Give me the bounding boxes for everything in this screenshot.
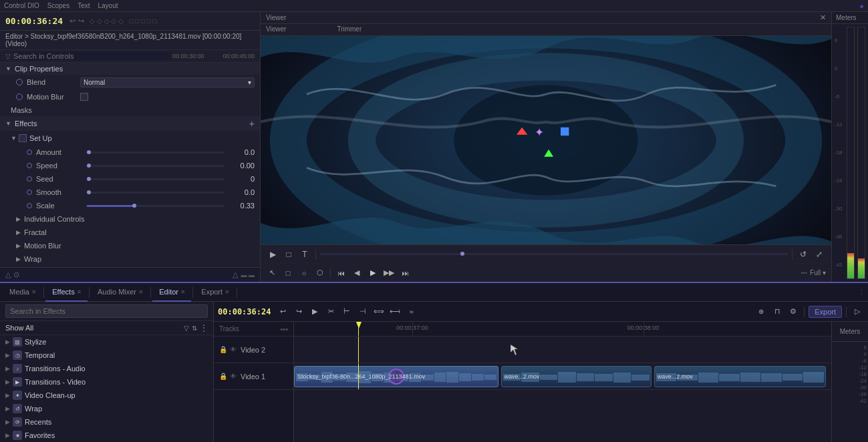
bottom-section: Media ≡ Effects ≡ Audio Mixer ≡ Editor ≡… <box>0 282 868 442</box>
editor-tool4[interactable]: ⟻ <box>388 305 402 318</box>
tab-export-close[interactable]: ≡ <box>225 288 229 295</box>
tab-audiomixer[interactable]: Audio Mixer ≡ <box>91 283 149 302</box>
effects-cat-wrap[interactable]: ▶ ↺ Wrap <box>0 402 213 415</box>
clip-main[interactable]: Stocksy_txpf36-80n...264_1080p_2113481.m… <box>294 366 498 387</box>
effects-cat-trans-audio[interactable]: ▶ ♪ Transitions - Audio <box>0 362 213 375</box>
redo-icon[interactable]: ↪ <box>78 17 84 25</box>
tab-effects-close[interactable]: ≡ <box>78 288 81 295</box>
scale-bar[interactable] <box>87 205 224 207</box>
playback-prev[interactable]: ⏮ <box>335 267 347 279</box>
tool-play[interactable]: ▶ <box>266 248 279 261</box>
tab-media[interactable]: Media ≡ <box>3 283 42 302</box>
effects-options-icon[interactable]: ⋮ <box>200 323 208 333</box>
timeline-tracks: 00:00:37:00 00:00:38:00 <box>294 322 831 442</box>
effects-sort-icon[interactable]: ⇅ <box>192 324 197 332</box>
effects-add-button[interactable]: + <box>249 118 255 129</box>
tab-export[interactable]: Export ≡ <box>194 283 235 302</box>
effects-search-input[interactable] <box>5 304 208 318</box>
tab-export-label: Export <box>201 288 223 296</box>
top-bar-item-controlsdio[interactable]: Control DIO <box>4 2 39 9</box>
effects-header[interactable]: ▼ Effects + <box>0 116 260 131</box>
playback-shape2-btn[interactable]: ⬡ <box>314 267 326 279</box>
editor-undo[interactable]: ↩ <box>276 305 289 318</box>
controls-search-input[interactable] <box>13 52 170 60</box>
effects-cat-videocleanup-icon: ✦ <box>13 391 22 400</box>
editor-export-button[interactable]: Export <box>809 306 842 318</box>
effect-header-setup[interactable]: ▼ Set Up <box>0 131 260 146</box>
top-bar-item-scopes[interactable]: Scopes <box>47 2 69 9</box>
track2-vis-icon[interactable]: 👁 <box>230 346 238 354</box>
editor-tool1[interactable]: ⊢ <box>340 305 353 318</box>
undo-icon[interactable]: ↩ <box>69 17 76 25</box>
tab-audiomixer-close[interactable]: ≡ <box>139 288 142 295</box>
sub-effect-wrap[interactable]: ▶ Wrap <box>0 252 260 266</box>
controls-dots1: ◇ ◇ ◇ ◇ ◇ <box>90 17 124 25</box>
viewer-close[interactable]: ✕ <box>820 13 826 22</box>
amount-bar[interactable] <box>87 152 224 154</box>
em-n42: -42 <box>859 398 867 404</box>
playback-full[interactable]: Full ▾ <box>810 269 826 276</box>
seed-bar[interactable] <box>87 178 224 180</box>
editor-tool2[interactable]: ⊣ <box>356 305 370 318</box>
effects-cat-stylize[interactable]: ▶ ▨ Stylize <box>0 335 213 349</box>
effects-cat-videocleanup[interactable]: ▶ ✦ Video Clean-up <box>0 389 213 402</box>
clip-properties-header[interactable]: ▼ Clip Properties <box>0 63 260 75</box>
effects-cat-recents[interactable]: ▶ ⟳ Recents <box>0 415 213 429</box>
scale-n36: -36 <box>835 233 843 240</box>
speed-handle <box>87 164 91 168</box>
tool-zoom[interactable]: ⤢ <box>813 248 826 261</box>
track1-lock-icon[interactable]: 🔒 <box>219 373 227 381</box>
playback-cursor-btn[interactable]: ↖ <box>266 267 278 279</box>
effects-cat-trans-video[interactable]: ▶ ▶ Transitions - Video <box>0 375 213 389</box>
track2-lock-icon[interactable]: 🔒 <box>219 346 227 354</box>
playhead[interactable] <box>358 322 359 336</box>
effects-cat-temporal[interactable]: ▶ ◷ Temporal <box>0 349 213 362</box>
sub-effect-fractal[interactable]: ▶ Fractal <box>0 226 260 239</box>
playback-rewind[interactable]: ◀ <box>351 267 363 279</box>
tab-media-close[interactable]: ≡ <box>32 288 35 295</box>
seed-label: Seed <box>36 175 83 183</box>
clip-wave2[interactable]: wave...2.mov <box>654 366 826 387</box>
tab-editor-close[interactable]: ≡ <box>181 288 184 295</box>
individual-arrow: ▶ <box>16 216 23 222</box>
motion-blur-checkbox[interactable] <box>80 93 88 101</box>
smooth-bar[interactable] <box>87 192 224 194</box>
top-bar-item-layout[interactable]: Layout <box>98 2 118 9</box>
playback-next[interactable]: ▶▶ <box>383 267 395 279</box>
clip-wave1[interactable]: wave...2.mov <box>501 366 652 387</box>
tab-effects[interactable]: Effects ≡ <box>45 283 88 302</box>
setup-checkbox[interactable] <box>19 134 27 142</box>
viewer-canvas: ✦ <box>261 36 831 244</box>
blend-dropdown[interactable]: Normal ▾ <box>80 77 255 87</box>
playback-play[interactable]: ▶ <box>367 267 379 279</box>
tool-cursor[interactable]: ↺ <box>797 248 810 261</box>
masks-header[interactable]: Masks <box>0 104 260 116</box>
playback-circle-btn[interactable]: ○ <box>298 267 310 279</box>
filter-icon[interactable]: ▽ <box>5 53 11 60</box>
editor-redo[interactable]: ↪ <box>292 305 305 318</box>
editor-expand[interactable]: ▷ <box>851 305 864 318</box>
tool-rect[interactable]: □ <box>282 248 295 261</box>
clip-properties-label: Clip Properties <box>15 65 63 73</box>
editor-tool3[interactable]: ⟺ <box>372 305 386 318</box>
track1-vis-icon[interactable]: 👁 <box>230 373 238 381</box>
effects-cat-favorites[interactable]: ▶ ★ Favorites <box>0 429 213 442</box>
editor-snap-icon[interactable]: ⊕ <box>754 305 768 318</box>
playback-shape-btn[interactable]: □ <box>282 267 294 279</box>
editor-tool5[interactable]: ≈ <box>404 305 418 318</box>
tool-text[interactable]: T <box>298 248 311 261</box>
viewer-scrubber[interactable] <box>320 253 788 255</box>
effects-filter-icon[interactable]: ▽ <box>184 324 189 332</box>
playback-end[interactable]: ⏭ <box>399 267 411 279</box>
editor-razor[interactable]: ✂ <box>324 305 337 318</box>
top-bar-item-text[interactable]: Text <box>78 2 90 9</box>
sub-effect-motionblur[interactable]: ▶ Motion Blur <box>0 239 260 252</box>
editor-play[interactable]: ▶ <box>308 305 321 318</box>
editor-settings-icon[interactable]: ⚙ <box>786 305 800 318</box>
sub-effect-individual[interactable]: ▶ Individual Controls <box>0 212 260 226</box>
editor-magnet-icon[interactable]: ⊓ <box>770 305 784 318</box>
speed-bar[interactable] <box>87 165 224 167</box>
tab-bar-dots[interactable]: ⋮ <box>858 288 865 296</box>
tab-editor[interactable]: Editor ≡ <box>152 283 191 302</box>
meter-bar-r <box>857 27 865 279</box>
